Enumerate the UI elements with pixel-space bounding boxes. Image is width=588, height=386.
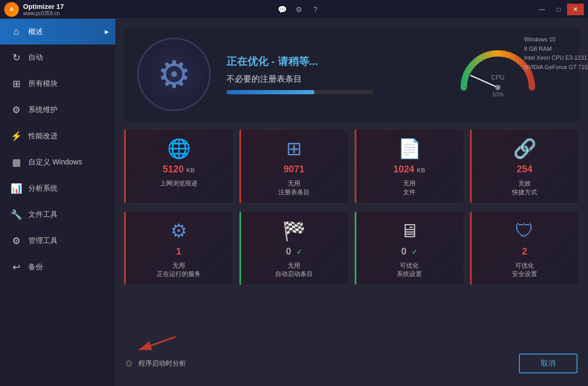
card-number-system: 0 ✓ xyxy=(401,246,417,257)
sidebar-label-filetools: 文件工具 xyxy=(28,210,58,219)
bottom-bar: 程序启动时分析 取消 xyxy=(124,349,580,378)
security-icon: 🛡 xyxy=(515,220,534,242)
progress-bar-fill xyxy=(226,90,314,94)
sidebar-item-maintenance[interactable]: ⚙ 系统维护 xyxy=(0,97,115,123)
shortcuts-icon: 🔗 xyxy=(513,138,537,160)
card-number-startup: 0 ✓ xyxy=(286,246,302,257)
sidebar-item-overview[interactable]: ⌂ 概述 xyxy=(0,19,115,45)
sidebar-label-maintenance: 系统维护 xyxy=(28,105,58,115)
close-button[interactable]: ✕ xyxy=(567,4,584,15)
card-startup[interactable]: 🏁 0 ✓ 无用自动启动条目 xyxy=(239,211,349,286)
cpu-gpu: NVIDIA GeForce GT 710 xyxy=(524,63,588,72)
customize-icon: ▦ xyxy=(10,157,22,168)
main-container: ⌂ 概述 ↻ 自动 ⊞ 所有模块 ⚙ 系统维护 ⚡ 性能改进 ▦ 自定义 Win… xyxy=(0,19,588,386)
unit-kb1: KB xyxy=(187,167,195,173)
registry-icon: ⊞ xyxy=(286,138,302,160)
modules-icon: ⊞ xyxy=(10,78,22,90)
card-label-startup: 无用自动启动条目 xyxy=(275,261,313,279)
svg-text:10%: 10% xyxy=(492,91,504,97)
gear-area: ⚙ xyxy=(132,32,216,116)
files-icon: 📄 xyxy=(398,138,421,160)
system-settings-icon: 🖥 xyxy=(400,220,419,242)
auto-icon: ↻ xyxy=(10,52,22,63)
arrow-svg xyxy=(136,332,178,352)
browser-icon: 🌐 xyxy=(167,138,191,160)
cpu-os: Windows 10 xyxy=(524,35,588,45)
titlebar-left: A Optimizer 17 www.pc0359.cn xyxy=(4,2,64,17)
status-subtitle: 不必要的注册表条目 xyxy=(226,74,445,85)
cpu-ram: 8 GB RAM xyxy=(524,45,588,54)
cards-grid-row2: ⚙ 1 无用正在运行的服务 🏁 0 ✓ 无用自动启动条目 🖥 0 ✓ 可优化系统… xyxy=(124,211,580,286)
sidebar-label-customize: 自定义 Windows xyxy=(28,158,82,167)
card-label-security: 可优化安全设置 xyxy=(512,261,537,279)
cancel-button[interactable]: 取消 xyxy=(519,354,578,373)
check-system: ✓ xyxy=(411,248,418,256)
cpu-info: Windows 10 8 GB RAM Intel Xeon CPU E3-12… xyxy=(524,35,588,72)
sidebar-item-auto[interactable]: ↻ 自动 xyxy=(0,45,115,71)
status-section: 正在优化 - 请稍等... 不必要的注册表条目 xyxy=(226,54,445,94)
cpu-model: Intel Xeon CPU E3-1231 v3 xyxy=(524,53,588,63)
home-icon: ⌂ xyxy=(10,26,22,37)
svg-line-7 xyxy=(139,337,176,350)
bottom-label: 程序启动时分析 xyxy=(138,359,186,368)
app-logo: A xyxy=(4,2,19,17)
gear-icon: ⚙ xyxy=(157,52,191,96)
status-title: 正在优化 - 请稍等... xyxy=(226,54,445,69)
check-startup: ✓ xyxy=(296,248,302,256)
cpu-gauge-area: CPU 10% Windows 10 8 GB RAM Intel Xeon C… xyxy=(456,32,571,116)
sidebar-label-modules: 所有模块 xyxy=(28,79,58,89)
sidebar-label-overview: 概述 xyxy=(28,27,43,37)
minimize-button[interactable]: — xyxy=(533,4,550,15)
sidebar-item-filetools[interactable]: 🔧 文件工具 xyxy=(0,202,115,228)
progress-bar-container xyxy=(226,90,373,94)
sidebar-label-manage: 管理工具 xyxy=(28,236,58,246)
card-label-system: 可优化系统设置 xyxy=(397,261,422,279)
sidebar-label-performance: 性能改进 xyxy=(28,131,58,141)
window-controls: — □ ✕ xyxy=(533,4,584,15)
svg-text:CPU: CPU xyxy=(491,74,504,81)
cards-grid-row1: 🌐 5120 KB 上网浏览痕迹 ⊞ 9071 无用注册表条目 📄 1024 K… xyxy=(124,129,580,204)
sidebar-item-analyze[interactable]: 📊 分析系统 xyxy=(0,175,115,202)
sidebar-label-backup: 备份 xyxy=(28,262,43,272)
sidebar-item-manage[interactable]: ⚙ 管理工具 xyxy=(0,228,115,254)
performance-icon: ⚡ xyxy=(10,130,22,142)
settings-icon[interactable]: ⚙ xyxy=(293,5,304,14)
sidebar-label-analyze: 分析系统 xyxy=(28,184,58,193)
svg-point-1 xyxy=(495,85,500,90)
card-label-shortcuts: 无效快捷方式 xyxy=(512,179,537,197)
sidebar-item-backup[interactable]: ↩ 备份 xyxy=(0,254,115,280)
titlebar-icons: 💬 ⚙ ? xyxy=(277,5,321,14)
manage-icon: ⚙ xyxy=(10,235,22,247)
card-label-services: 无用正在运行的服务 xyxy=(157,261,201,279)
card-security[interactable]: 🛡 2 可优化安全设置 xyxy=(470,211,580,286)
card-system-settings[interactable]: 🖥 0 ✓ 可优化系统设置 xyxy=(354,211,464,286)
card-label-browser: 上网浏览痕迹 xyxy=(160,179,198,188)
filetools-icon: 🔧 xyxy=(10,209,22,220)
card-number-services: 1 xyxy=(176,246,181,257)
card-number-security: 2 xyxy=(522,246,527,257)
sidebar-item-customize[interactable]: ▦ 自定义 Windows xyxy=(0,149,115,175)
services-icon: ⚙ xyxy=(170,220,187,242)
analyze-icon: 📊 xyxy=(10,183,22,194)
radio-button[interactable] xyxy=(126,360,132,367)
card-number-registry: 9071 xyxy=(284,164,304,175)
top-section: ⚙ 正在优化 - 请稍等... 不必要的注册表条目 xyxy=(124,27,580,122)
card-services[interactable]: ⚙ 1 无用正在运行的服务 xyxy=(124,211,234,286)
sidebar-item-modules[interactable]: ⊞ 所有模块 xyxy=(0,71,115,97)
help-icon[interactable]: ? xyxy=(310,5,321,14)
startup-icon: 🏁 xyxy=(282,220,306,242)
sidebar-item-performance[interactable]: ⚡ 性能改进 xyxy=(0,123,115,149)
card-number-files: 1024 KB xyxy=(394,164,426,175)
bottom-left: 程序启动时分析 xyxy=(126,359,186,368)
unit-kb2: KB xyxy=(417,167,426,173)
card-browser-traces[interactable]: 🌐 5120 KB 上网浏览痕迹 xyxy=(124,129,234,204)
gear-circle: ⚙ xyxy=(137,38,211,111)
backup-icon: ↩ xyxy=(10,261,22,273)
app-title: Optimizer 17 xyxy=(23,3,64,10)
card-files[interactable]: 📄 1024 KB 无用文件 xyxy=(354,129,464,204)
card-registry[interactable]: ⊞ 9071 无用注册表条目 xyxy=(239,129,349,204)
chat-icon[interactable]: 💬 xyxy=(277,5,287,14)
app-subtitle: www.pc0359.cn xyxy=(23,10,64,16)
maximize-button[interactable]: □ xyxy=(550,4,567,15)
card-shortcuts[interactable]: 🔗 254 无效快捷方式 xyxy=(470,129,580,204)
